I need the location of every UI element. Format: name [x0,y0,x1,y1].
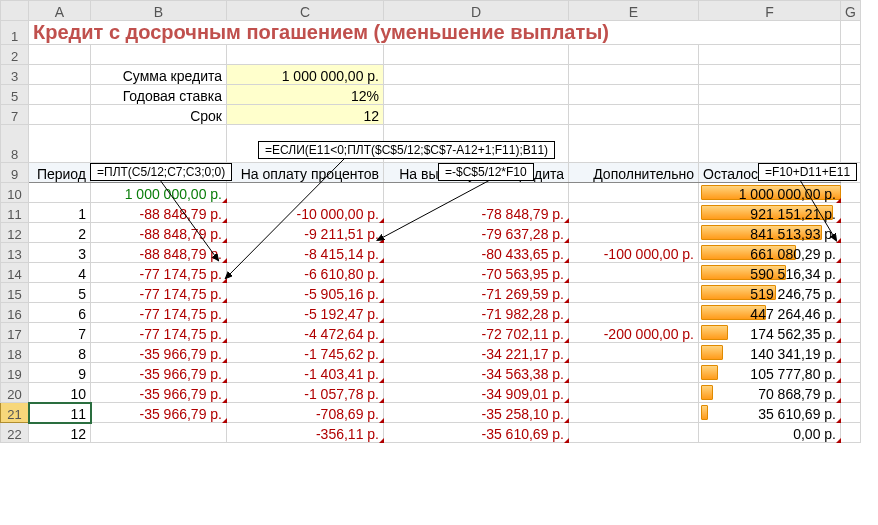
balance-cell[interactable]: 1 000 000,00 р. [699,183,841,203]
cell-payment[interactable]: -88 848,79 р. [91,203,227,223]
table-row[interactable]: 2111-35 966,79 р.-708,69 р.-35 258,10 р.… [1,403,861,423]
row-number[interactable]: 10 [1,183,29,203]
balance-cell[interactable]: 105 777,80 р. [699,363,841,383]
table-row[interactable]: 144-77 174,75 р.-6 610,80 р.-70 563,95 р… [1,263,861,283]
column-headers[interactable]: A B C D E F G [1,1,861,21]
balance-cell[interactable]: 921 151,21 р. [699,203,841,223]
cell-period[interactable]: 9 [29,363,91,383]
cell-interest[interactable]: -10 000,00 р. [227,203,384,223]
cell-payment[interactable]: -77 174,75 р. [91,303,227,323]
cell-extra[interactable] [569,283,699,303]
cell-principal[interactable]: -71 982,28 р. [384,303,569,323]
cell-payment[interactable]: -35 966,79 р. [91,403,227,423]
cell-principal[interactable]: -35 258,10 р. [384,403,569,423]
cell-payment[interactable] [91,423,227,443]
cell-period[interactable]: 5 [29,283,91,303]
row-number[interactable]: 2 [1,45,29,65]
balance-cell[interactable]: 70 868,79 р. [699,383,841,403]
cell-interest[interactable]: -1 403,41 р. [227,363,384,383]
start-balance[interactable]: 1 000 000,00 р. [91,183,227,203]
cell-interest[interactable]: -708,69 р. [227,403,384,423]
row-number[interactable]: 5 [1,85,29,105]
cell-payment[interactable]: -88 848,79 р. [91,223,227,243]
row-number[interactable]: 12 [1,223,29,243]
cell-principal[interactable]: -79 637,28 р. [384,223,569,243]
input-rate[interactable]: 12% [227,85,384,105]
cell-principal[interactable]: -72 702,11 р. [384,323,569,343]
row-number[interactable]: 8 [1,125,29,163]
cell-principal[interactable]: -78 848,79 р. [384,203,569,223]
cell-period[interactable]: 7 [29,323,91,343]
cell-extra[interactable] [569,223,699,243]
cell-period[interactable]: 1 [29,203,91,223]
balance-cell[interactable]: 0,00 р. [699,423,841,443]
row-number[interactable]: 14 [1,263,29,283]
cell-principal[interactable]: -34 909,01 р. [384,383,569,403]
cell-payment[interactable]: -35 966,79 р. [91,383,227,403]
input-term[interactable]: 12 [227,105,384,125]
row-number[interactable]: 3 [1,65,29,85]
table-row[interactable]: 166-77 174,75 р.-5 192,47 р.-71 982,28 р… [1,303,861,323]
col-header-E[interactable]: E [569,1,699,21]
row-number[interactable]: 19 [1,363,29,383]
cell-extra[interactable] [569,263,699,283]
cell-extra[interactable] [569,423,699,443]
col-header-C[interactable]: C [227,1,384,21]
balance-cell[interactable]: 590 516,34 р. [699,263,841,283]
cell-period[interactable]: 3 [29,243,91,263]
balance-cell[interactable]: 519 246,75 р. [699,283,841,303]
cell-payment[interactable]: -35 966,79 р. [91,343,227,363]
input-sum[interactable]: 1 000 000,00 р. [227,65,384,85]
row-number[interactable]: 17 [1,323,29,343]
cell-period[interactable]: 4 [29,263,91,283]
row-number[interactable]: 16 [1,303,29,323]
balance-cell[interactable]: 35 610,69 р. [699,403,841,423]
table-row[interactable]: 133-88 848,79 р.-8 415,14 р.-80 433,65 р… [1,243,861,263]
table-row[interactable]: 188-35 966,79 р.-1 745,62 р.-34 221,17 р… [1,343,861,363]
cell-interest[interactable]: -5 192,47 р. [227,303,384,323]
cell-payment[interactable]: -88 848,79 р. [91,243,227,263]
table-row[interactable]: 199-35 966,79 р.-1 403,41 р.-34 563,38 р… [1,363,861,383]
row-number[interactable]: 15 [1,283,29,303]
cell-payment[interactable]: -77 174,75 р. [91,263,227,283]
cell-payment[interactable]: -77 174,75 р. [91,323,227,343]
col-header-A[interactable]: A [29,1,91,21]
row-number[interactable]: 18 [1,343,29,363]
cell-period[interactable]: 11 [29,403,91,423]
cell-interest[interactable]: -6 610,80 р. [227,263,384,283]
cell-interest[interactable]: -5 905,16 р. [227,283,384,303]
cell-extra[interactable]: -100 000,00 р. [569,243,699,263]
col-header-B[interactable]: B [91,1,227,21]
cell-principal[interactable]: -70 563,95 р. [384,263,569,283]
table-row[interactable]: 122-88 848,79 р.-9 211,51 р.-79 637,28 р… [1,223,861,243]
cell-principal[interactable]: -71 269,59 р. [384,283,569,303]
cell-period[interactable]: 8 [29,343,91,363]
balance-cell[interactable]: 174 562,35 р. [699,323,841,343]
row-number[interactable]: 21 [1,403,29,423]
col-header-G[interactable]: G [841,1,861,21]
col-header-F[interactable]: F [699,1,841,21]
cell-interest[interactable]: -1 745,62 р. [227,343,384,363]
cell-interest[interactable]: -8 415,14 р. [227,243,384,263]
balance-cell[interactable]: 841 513,93 р. [699,223,841,243]
cell-principal[interactable]: -34 221,17 р. [384,343,569,363]
cell-extra[interactable]: -200 000,00 р. [569,323,699,343]
cell-interest[interactable]: -356,11 р. [227,423,384,443]
row-number[interactable]: 13 [1,243,29,263]
table-row[interactable]: 2010-35 966,79 р.-1 057,78 р.-34 909,01 … [1,383,861,403]
table-row[interactable]: 155-77 174,75 р.-5 905,16 р.-71 269,59 р… [1,283,861,303]
row-number[interactable]: 20 [1,383,29,403]
balance-cell[interactable]: 447 264,46 р. [699,303,841,323]
table-row[interactable]: 111-88 848,79 р.-10 000,00 р.-78 848,79 … [1,203,861,223]
table-row[interactable]: 177-77 174,75 р.-4 472,64 р.-72 702,11 р… [1,323,861,343]
cell-extra[interactable] [569,403,699,423]
row-number[interactable]: 22 [1,423,29,443]
table-row[interactable]: 2212-356,11 р.-35 610,69 р.0,00 р. [1,423,861,443]
cell-extra[interactable] [569,383,699,403]
cell-extra[interactable] [569,203,699,223]
balance-cell[interactable]: 661 080,29 р. [699,243,841,263]
row-number[interactable]: 1 [1,21,29,45]
cell-payment[interactable]: -77 174,75 р. [91,283,227,303]
balance-cell[interactable]: 140 341,19 р. [699,343,841,363]
col-header-D[interactable]: D [384,1,569,21]
